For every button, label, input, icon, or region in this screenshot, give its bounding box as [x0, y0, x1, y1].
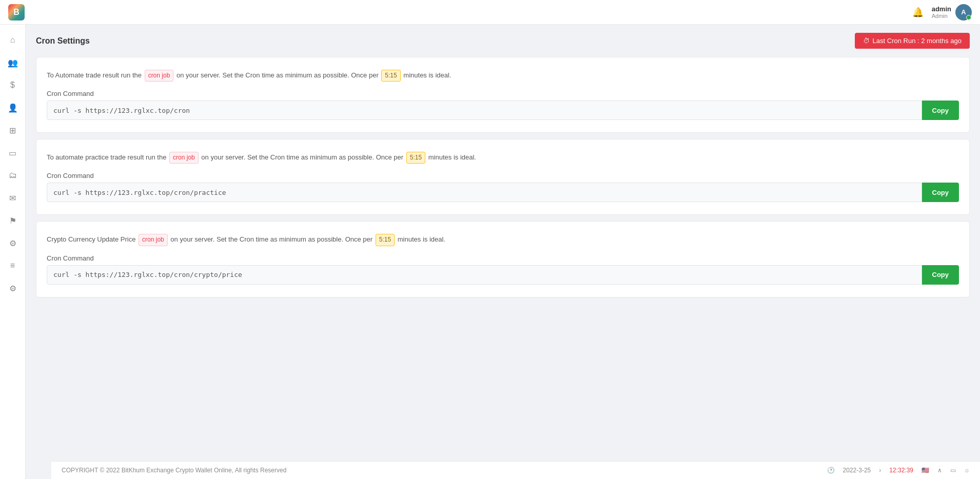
avatar[interactable]: A — [955, 4, 972, 21]
sidebar-item-archive[interactable]: 🗂 — [4, 166, 22, 185]
cron-command-input-3[interactable] — [47, 265, 922, 285]
user-role-label: Admin — [932, 13, 951, 19]
cron-card-1: To Automate trade result run the cron jo… — [36, 57, 970, 133]
desc-middle-1: on your server. Set the Cron time as min… — [177, 71, 379, 79]
copy-button-1[interactable]: Copy — [922, 101, 959, 120]
sidebar-item-settings[interactable]: ⚙ — [4, 234, 22, 252]
notification-bell-icon[interactable]: 🔔 — [912, 7, 924, 18]
cron-command-row-3: Copy — [47, 265, 959, 285]
sidebar-item-home[interactable]: ⌂ — [4, 31, 22, 49]
user-name-block: admin Admin — [932, 5, 951, 19]
copy-button-3[interactable]: Copy — [922, 265, 959, 285]
user-profile: admin Admin A — [932, 4, 972, 21]
main-wrapper: Cron Settings ⏱ Last Cron Run : 2 months… — [26, 25, 980, 479]
desc-middle-2: on your server. Set the Cron time as min… — [201, 153, 403, 161]
sidebar-item-message[interactable]: ✉ — [4, 189, 22, 207]
footer-time: 12:32:39 — [889, 467, 913, 474]
sidebar: ⌂ 👥 $ 👤 ⊞ ▭ 🗂 ✉ ⚑ ⚙ ≡ ⚙ — [0, 25, 26, 479]
monitor-icon: ▭ — [950, 467, 956, 474]
sidebar-item-users[interactable]: 👥 — [4, 53, 22, 72]
arrow-icon: › — [879, 467, 881, 474]
cron-job-badge-1: cron job — [145, 70, 174, 82]
clock-icon-footer: 🕐 — [827, 467, 835, 474]
last-cron-button[interactable]: ⏱ Last Cron Run : 2 months ago — [855, 33, 970, 49]
clock-icon: ⏱ — [863, 37, 870, 45]
desc-middle-3: on your server. Set the Cron time as min… — [170, 235, 373, 243]
cron-description-3: Crypto Currency Update Price cron job on… — [47, 234, 959, 246]
cron-job-badge-3: cron job — [139, 234, 168, 246]
cron-time-badge-2: 5:15 — [406, 152, 425, 164]
desc-prefix-3: Crypto Currency Update Price — [47, 235, 135, 243]
page-header: Cron Settings ⏱ Last Cron Run : 2 months… — [36, 33, 970, 49]
cron-command-input-1[interactable] — [47, 101, 922, 120]
cron-card-2: To automate practice trade result run th… — [36, 139, 970, 215]
sidebar-item-flag[interactable]: ⚑ — [4, 211, 22, 230]
brightness-icon: ☼ — [964, 467, 970, 474]
cron-description-1: To Automate trade result run the cron jo… — [47, 70, 959, 82]
cron-command-input-2[interactable] — [47, 183, 922, 202]
cron-command-label-1: Cron Command — [47, 90, 959, 97]
chevron-up-icon: ∧ — [937, 467, 942, 474]
desc-suffix-2: minutes is ideal. — [428, 153, 476, 161]
footer: COPYRIGHT © 2022 BitKhum Exchange Crypto… — [51, 461, 980, 479]
last-cron-label: Last Cron Run : 2 months ago — [873, 37, 962, 45]
footer-right: 🕐 2022-3-25 › 12:32:39 🇺🇸 ∧ ▭ ☼ — [827, 467, 970, 474]
cron-command-row-1: Copy — [47, 101, 959, 120]
topbar: B 🔔 admin Admin A — [0, 0, 980, 25]
desc-suffix-3: minutes is ideal. — [398, 235, 445, 243]
cron-card-3: Crypto Currency Update Price cron job on… — [36, 221, 970, 297]
copy-button-2[interactable]: Copy — [922, 183, 959, 202]
desc-prefix-1: To Automate trade result run the — [47, 71, 142, 79]
cron-time-badge-3: 5:15 — [376, 234, 395, 246]
desc-suffix-1: minutes is ideal. — [403, 71, 451, 79]
content-area: Cron Settings ⏱ Last Cron Run : 2 months… — [26, 25, 980, 461]
cron-description-2: To automate practice trade result run th… — [47, 152, 959, 164]
username-label: admin — [932, 5, 951, 13]
sidebar-item-table[interactable]: ⊞ — [4, 121, 22, 139]
flag-icon: 🇺🇸 — [922, 467, 929, 474]
footer-date: 2022-3-25 — [843, 467, 871, 474]
page-title: Cron Settings — [36, 36, 90, 46]
app-logo[interactable]: B — [8, 4, 25, 21]
sidebar-item-box[interactable]: ▭ — [4, 144, 22, 162]
desc-prefix-2: To automate practice trade result run th… — [47, 153, 166, 161]
cron-command-row-2: Copy — [47, 183, 959, 202]
copyright-text: COPYRIGHT © 2022 BitKhum Exchange Crypto… — [62, 467, 286, 474]
cron-time-badge-1: 5:15 — [381, 70, 400, 82]
sidebar-item-list[interactable]: ≡ — [4, 256, 22, 275]
topbar-right: 🔔 admin Admin A — [912, 4, 972, 21]
sidebar-item-finance[interactable]: $ — [4, 76, 22, 94]
sidebar-item-profile[interactable]: 👤 — [4, 98, 22, 117]
cron-command-label-2: Cron Command — [47, 172, 959, 179]
cron-command-label-3: Cron Command — [47, 254, 959, 262]
sidebar-item-gear[interactable]: ⚙ — [4, 279, 22, 297]
cron-job-badge-2: cron job — [169, 152, 199, 164]
